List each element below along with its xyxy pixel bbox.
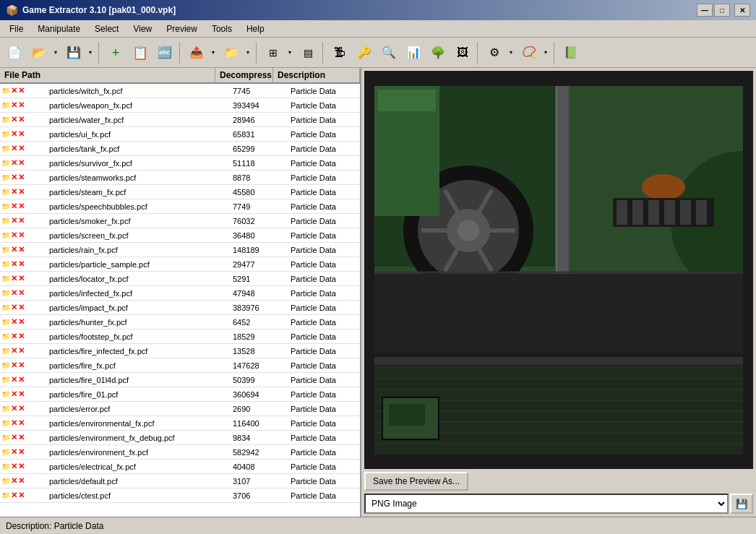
view-toggle-dropdown[interactable]: ▾ bbox=[285, 41, 295, 64]
delete-icon: ✕ bbox=[11, 115, 17, 124]
table-row[interactable]: 📁 ✕ ✕ particles/tank_fx.pcf 65299 Partic… bbox=[0, 142, 360, 156]
table-row[interactable]: 📁 ✕ ✕ particles/water_fx.pcf 28946 Parti… bbox=[0, 113, 360, 127]
columns-icon: ▤ bbox=[304, 48, 313, 58]
table-row[interactable]: 📁 ✕ ✕ particles/footstep_fx.pcf 18529 Pa… bbox=[0, 330, 360, 344]
table-row[interactable]: 📁 ✕ ✕ particles/infected_fx.pcf 47948 Pa… bbox=[0, 286, 360, 301]
delete-icon: ✕ bbox=[11, 245, 17, 254]
table-row[interactable]: 📁 ✕ ✕ particles/steamworks.pcf 8878 Part… bbox=[0, 171, 360, 185]
compress-button[interactable]: 🗜 bbox=[328, 41, 351, 64]
menu-preview[interactable]: Preview bbox=[160, 22, 204, 36]
menu-select[interactable]: Select bbox=[88, 22, 125, 36]
row-description: Particle Data bbox=[288, 434, 360, 442]
maximize-button[interactable]: □ bbox=[714, 4, 730, 17]
search-button[interactable]: 🔍 bbox=[377, 41, 400, 64]
table-row[interactable]: 📁 ✕ ✕ particles/environment_fx.pcf 58294… bbox=[0, 445, 360, 460]
save-button[interactable]: 💾 bbox=[62, 41, 85, 64]
title-bar-controls[interactable]: — □ ✕ bbox=[697, 4, 750, 17]
table-row[interactable]: 📁 ✕ ✕ particles/steam_fx.pcf 45580 Parti… bbox=[0, 185, 360, 199]
row-icons: 📁 ✕ ✕ bbox=[0, 389, 46, 399]
add-icon: ✕ bbox=[18, 144, 25, 153]
table-row[interactable]: 📁 ✕ ✕ particles/ui_fx.pcf 65831 Particle… bbox=[0, 127, 360, 142]
save-dropdown[interactable]: ▾ bbox=[85, 41, 95, 64]
add-files-button[interactable]: + bbox=[104, 41, 127, 64]
col-header-decompress[interactable]: Decompress bbox=[215, 68, 273, 82]
status-text: Description: Particle Data bbox=[6, 521, 103, 531]
extract-dropdown[interactable]: ▾ bbox=[208, 41, 218, 64]
save-preview-button[interactable]: Save the Preview As... bbox=[364, 472, 468, 491]
add-icon: ✕ bbox=[18, 288, 25, 298]
row-icons: 📁 ✕ ✕ bbox=[0, 216, 46, 225]
remove-files-icon: 📋 bbox=[132, 46, 148, 59]
table-row[interactable]: 📁 ✕ ✕ particles/ctest.pcf 3706 Particle … bbox=[0, 488, 360, 503]
row-filename: particles/infected_fx.pcf bbox=[46, 289, 230, 298]
table-row[interactable]: 📁 ✕ ✕ particles/survivor_fx.pcf 51118 Pa… bbox=[0, 156, 360, 171]
table-row[interactable]: 📁 ✕ ✕ particles/fire_fx.pcf 147628 Parti… bbox=[0, 358, 360, 373]
view-toggle-button[interactable]: ⊞ bbox=[262, 41, 285, 64]
table-row[interactable]: 📁 ✕ ✕ particles/impact_fx.pcf 383976 Par… bbox=[0, 301, 360, 315]
row-decompress: 148189 bbox=[230, 246, 288, 254]
rename-button[interactable]: 🔤 bbox=[153, 41, 176, 64]
row-description: Particle Data bbox=[288, 231, 360, 240]
table-row[interactable]: 📁 ✕ ✕ particles/electrical_fx.pcf 40408 … bbox=[0, 460, 360, 474]
columns-button[interactable]: ▤ bbox=[296, 41, 319, 64]
table-row[interactable]: 📁 ✕ ✕ particles/weapon_fx.pcf 393494 Par… bbox=[0, 98, 360, 113]
menu-view[interactable]: View bbox=[126, 22, 158, 36]
help-button[interactable]: 📗 bbox=[559, 41, 583, 64]
table-row[interactable]: 📁 ✕ ✕ particles/screen_fx.pcf 36480 Part… bbox=[0, 228, 360, 243]
table-row[interactable]: 📁 ✕ ✕ particles/fire_01.pcf 360694 Parti… bbox=[0, 387, 360, 402]
add-icon: ✕ bbox=[18, 100, 25, 110]
properties-button[interactable]: 📊 bbox=[402, 41, 425, 64]
hex-dropdown[interactable]: ▾ bbox=[506, 41, 516, 64]
table-row[interactable]: 📁 ✕ ✕ particles/fire_infected_fx.pcf 135… bbox=[0, 344, 360, 358]
script-button[interactable]: 📿 bbox=[517, 41, 541, 64]
format-select[interactable]: PNG Image JPEG Image BMP Image TGA Image bbox=[364, 494, 729, 514]
open-dropdown[interactable]: ▾ bbox=[51, 41, 61, 64]
row-description: Particle Data bbox=[288, 405, 360, 413]
row-decompress: 28946 bbox=[230, 116, 288, 124]
minimize-button[interactable]: — bbox=[697, 4, 713, 17]
new-button[interactable]: 📄 bbox=[3, 41, 26, 64]
tree-button[interactable]: 🌳 bbox=[426, 41, 450, 64]
table-row[interactable]: 📁 ✕ ✕ particles/hunter_fx.pcf 6452 Parti… bbox=[0, 315, 360, 330]
extract-selected-dropdown[interactable]: ▾ bbox=[243, 41, 253, 64]
table-row[interactable]: 📁 ✕ ✕ particles/error.pcf 2690 Particle … bbox=[0, 402, 360, 416]
close-button[interactable]: ✕ bbox=[734, 4, 750, 17]
delete-icon: ✕ bbox=[11, 447, 17, 457]
toolbar: 📄 📂 ▾ 💾 ▾ + 📋 🔤 📤 ▾ 📁 ▾ bbox=[0, 38, 756, 68]
table-row[interactable]: 📁 ✕ ✕ particles/smoker_fx.pcf 76032 Part… bbox=[0, 214, 360, 228]
menu-file[interactable]: File bbox=[3, 22, 30, 36]
table-row[interactable]: 📁 ✕ ✕ particles/environment_fx_debug.pcf… bbox=[0, 431, 360, 445]
format-save-button[interactable]: 💾 bbox=[730, 494, 753, 514]
row-filename: particles/screen_fx.pcf bbox=[46, 231, 230, 240]
hex-icon: ⚙ bbox=[489, 47, 499, 59]
col-header-description[interactable]: Description bbox=[273, 68, 360, 82]
table-row[interactable]: 📁 ✕ ✕ particles/default.pcf 3107 Particl… bbox=[0, 474, 360, 488]
menu-tools[interactable]: Tools bbox=[205, 22, 239, 36]
table-row[interactable]: 📁 ✕ ✕ particles/speechbubbles.pcf 7749 P… bbox=[0, 199, 360, 214]
col-header-filepath[interactable]: File Path bbox=[0, 68, 215, 82]
folder-icon: 📁 bbox=[1, 289, 10, 297]
extract-selected-button[interactable]: 📁 bbox=[220, 41, 243, 64]
table-row[interactable]: 📁 ✕ ✕ particles/particle_sample.pcf 2947… bbox=[0, 257, 360, 272]
table-row[interactable]: 📁 ✕ ✕ particles/locator_fx.pcf 5291 Part… bbox=[0, 272, 360, 286]
view-toggle-group: ⊞ ▾ bbox=[262, 41, 295, 64]
table-row[interactable]: 📁 ✕ ✕ particles/fire_01l4d.pcf 50399 Par… bbox=[0, 373, 360, 387]
sep1 bbox=[98, 42, 101, 64]
row-filename: particles/fire_fx.pcf bbox=[46, 361, 230, 370]
hex-button[interactable]: ⚙ bbox=[483, 41, 506, 64]
row-description: Particle Data bbox=[288, 217, 360, 225]
open-button[interactable]: 📂 bbox=[27, 41, 51, 64]
table-row[interactable]: 📁 ✕ ✕ particles/witch_fx.pcf 7745 Partic… bbox=[0, 84, 360, 98]
menu-manipulate[interactable]: Manipulate bbox=[31, 22, 87, 36]
script-dropdown[interactable]: ▾ bbox=[541, 41, 551, 64]
decompress-button[interactable]: 🔑 bbox=[353, 41, 376, 64]
row-icons: 📁 ✕ ✕ bbox=[0, 144, 46, 153]
extract-button[interactable]: 📤 bbox=[185, 41, 208, 64]
table-row[interactable]: 📁 ✕ ✕ particles/environmental_fx.pcf 116… bbox=[0, 416, 360, 431]
delete-icon: ✕ bbox=[11, 158, 17, 168]
extract-selected-button-group: 📁 ▾ bbox=[220, 41, 253, 64]
table-row[interactable]: 📁 ✕ ✕ particles/rain_fx.pcf 148189 Parti… bbox=[0, 243, 360, 257]
remove-files-button[interactable]: 📋 bbox=[129, 41, 152, 64]
image-preview-button[interactable]: 🖼 bbox=[451, 41, 474, 64]
menu-help[interactable]: Help bbox=[240, 22, 271, 36]
